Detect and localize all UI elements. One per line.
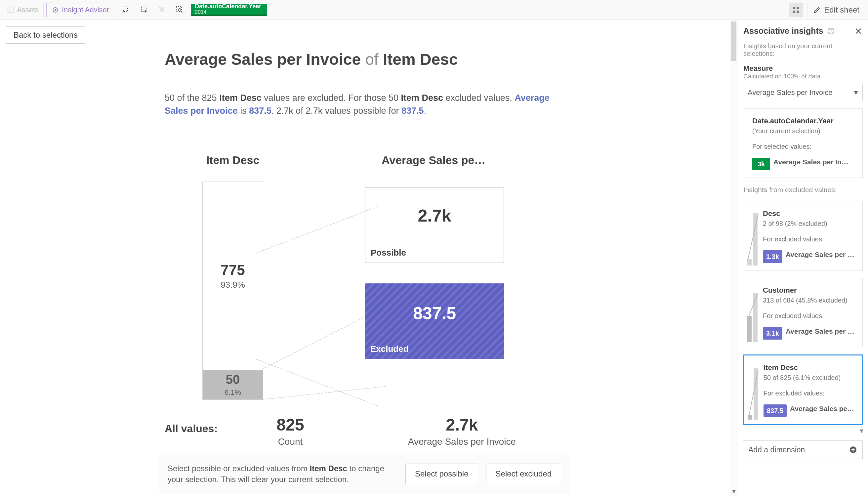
select-possible-button[interactable]: Select possible <box>405 464 478 484</box>
svg-rect-23 <box>747 316 751 342</box>
selection-tools <box>119 3 187 17</box>
metric-badge: 1.3k <box>763 250 782 263</box>
sparkline-icon <box>746 363 760 420</box>
step-fwd-icon[interactable] <box>137 3 151 17</box>
metric-name: Average Sales pe… <box>790 405 855 413</box>
add-dimension-button[interactable]: Add a dimension <box>743 440 863 459</box>
measure-select-value: Average Sales per Invoice <box>748 88 832 97</box>
possible-segment[interactable]: 775 93.9% <box>203 182 263 370</box>
main-area: Back to selections Average Sales per Inv… <box>0 20 730 496</box>
metric-badge: 3k <box>752 158 770 170</box>
assets-button[interactable]: Assets <box>3 3 44 17</box>
card-for-label: For excluded values: <box>763 389 855 397</box>
card-title: Date.autoCalendar.Year <box>752 117 856 125</box>
card-for-label: For excluded values: <box>763 312 856 320</box>
chart-right-header: Average Sales per I… <box>382 154 487 168</box>
metric-badge: 3.1k <box>763 327 782 340</box>
possible-value: 2.7k <box>371 206 498 226</box>
title-dim: Item Desc <box>383 51 458 68</box>
svg-rect-13 <box>796 7 799 9</box>
insight-card-customer[interactable]: Customer 313 of 684 (45.8% excluded) For… <box>743 278 863 347</box>
possible-value-box[interactable]: 2.7k Possible <box>365 187 504 263</box>
selections-tool-icon[interactable] <box>789 3 803 17</box>
back-to-selections-button[interactable]: Back to selections <box>6 27 85 44</box>
card-subtitle: 313 of 684 (45.8% excluded) <box>763 297 856 304</box>
title-of: of <box>366 51 378 68</box>
card-subtitle: (Your current selection) <box>752 127 856 135</box>
excluded-value: 837.5 <box>370 303 499 323</box>
page-title: Average Sales per Invoice of Item Desc <box>165 50 575 68</box>
excluded-label: Excluded <box>370 344 499 354</box>
selection-action-bar: Select possible or excluded values from … <box>159 455 570 493</box>
svg-text:?: ? <box>830 28 832 34</box>
main-scrollbar[interactable]: ▾ <box>730 20 737 496</box>
card-subtitle: 2 of 98 (2% excluded) <box>763 220 856 228</box>
card-title: Desc <box>763 209 856 218</box>
selection-chip-field: Date.autoCalendar.Year <box>195 3 261 10</box>
excluded-value-box[interactable]: 837.5 Excluded <box>365 283 504 359</box>
svg-point-3 <box>55 9 56 11</box>
panel-scroll-down-icon[interactable]: ▾ <box>738 425 868 435</box>
smart-search-icon[interactable] <box>172 3 187 17</box>
value-link-1[interactable]: 837.5 <box>249 106 272 116</box>
measure-section-label: Measure Calculated on 100% of data <box>738 58 868 81</box>
all-count-label: Count <box>251 436 330 447</box>
associative-insights-panel: Associative insights ? Insights based on… <box>737 20 868 496</box>
current-selection-card[interactable]: Date.autoCalendar.Year (Your current sel… <box>743 108 863 178</box>
measure-select[interactable]: Average Sales per Invoice ▾ <box>743 84 863 101</box>
all-avg-label: Average Sales per Invoice <box>391 436 533 447</box>
possible-label: Possible <box>371 248 498 258</box>
metric-name: Average Sales per … <box>786 327 856 335</box>
plus-icon <box>849 446 857 454</box>
scroll-thumb[interactable] <box>731 21 737 61</box>
possible-pct: 93.9% <box>220 280 245 290</box>
help-icon[interactable]: ? <box>827 28 835 35</box>
possible-count: 775 <box>220 262 245 278</box>
excluded-section-label: Insights from excluded values: <box>738 178 868 194</box>
card-title: Customer <box>763 286 856 295</box>
excluded-segment[interactable]: 50 6.1% <box>203 370 263 400</box>
title-measure: Average Sales per Invoice <box>165 51 361 68</box>
excluded-pct: 6.1% <box>224 388 241 397</box>
edit-sheet-label: Edit sheet <box>824 5 859 15</box>
svg-rect-15 <box>796 11 799 13</box>
card-for-label: For selected values: <box>752 143 856 151</box>
clear-all-icon <box>154 3 169 17</box>
sparkline-icon <box>745 209 760 265</box>
chevron-down-icon: ▾ <box>854 88 858 97</box>
step-back-icon[interactable] <box>119 3 133 17</box>
panel-subtitle: Insights based on your current selection… <box>738 42 868 58</box>
edit-sheet-button[interactable]: Edit sheet <box>807 3 865 17</box>
svg-line-11 <box>181 11 182 13</box>
card-subtitle: 50 of 825 (6.1% excluded) <box>763 374 855 382</box>
svg-rect-27 <box>754 368 758 420</box>
all-count: 825 <box>251 415 330 434</box>
insight-card-item-desc[interactable]: Item Desc 50 of 825 (6.1% excluded) For … <box>743 355 863 425</box>
card-title: Item Desc <box>763 363 855 372</box>
select-excluded-button[interactable]: Select excluded <box>486 464 561 484</box>
dimension-bar: 775 93.9% 50 6.1% <box>202 182 263 400</box>
sparkline-icon <box>745 286 760 342</box>
value-link-2[interactable]: 837.5 <box>401 106 424 116</box>
assets-label: Assets <box>17 6 39 14</box>
insight-advisor-button[interactable]: Insight Advisor <box>46 3 114 17</box>
svg-point-10 <box>178 9 181 11</box>
insight-icon <box>51 6 59 14</box>
scroll-down-icon[interactable]: ▾ <box>730 488 738 495</box>
svg-rect-14 <box>793 11 795 13</box>
metric-badge: 837.5 <box>763 404 787 417</box>
metric-name: Average Sales per In… <box>773 158 856 166</box>
all-values-label: All values: <box>165 423 239 435</box>
selection-chip[interactable]: Date.autoCalendar.Year 2014 <box>191 4 267 16</box>
svg-rect-12 <box>793 7 795 9</box>
insight-description: 50 of the 825 Item Desc values are exclu… <box>165 92 558 118</box>
add-dimension-label: Add a dimension <box>748 445 805 454</box>
action-bar-text: Select possible or excluded values from … <box>168 463 398 485</box>
chart-left-header: Item Desc <box>180 154 286 168</box>
close-icon[interactable] <box>855 28 862 35</box>
pencil-icon <box>813 6 821 14</box>
insight-chart: Item Desc 775 93.9% 50 6.1% Aver <box>165 154 575 400</box>
insight-card-desc[interactable]: Desc 2 of 98 (2% excluded) For excluded … <box>743 201 863 270</box>
top-toolbar: Assets Insight Advisor Date.autoCalendar… <box>0 0 868 20</box>
svg-rect-0 <box>8 7 14 13</box>
